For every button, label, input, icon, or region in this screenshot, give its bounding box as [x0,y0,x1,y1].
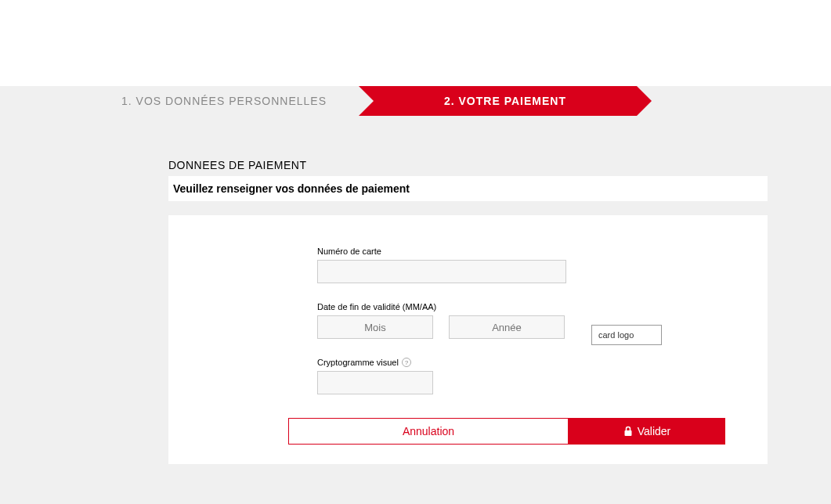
section-subtitle: Veuillez renseigner vos données de paiem… [168,176,768,201]
step-payment-wrap: 2. VOTRE PAIEMENT [374,86,637,116]
card-number-input[interactable] [317,260,566,283]
expiry-field: Date de fin de validité (MM/AA) [317,302,740,339]
card-number-field: Numéro de carte [317,247,740,283]
step-payment[interactable]: 2. VOTRE PAIEMENT [374,86,637,116]
expiry-month-input[interactable] [317,315,433,339]
page-body: 1. VOS DONNÉES PERSONNELLES 2. VOTRE PAI… [0,86,831,504]
top-blank-area [0,0,831,86]
svg-rect-0 [624,430,631,436]
cvv-field: Cryptogramme visuel ? [317,358,740,394]
section-title: DONNEES DE PAIEMENT [168,159,768,171]
help-icon[interactable]: ? [402,358,411,367]
cvv-label: Cryptogramme visuel [317,358,399,367]
card-number-label: Numéro de carte [317,247,740,256]
form-area: Numéro de carte Date de fin de validité … [317,247,740,394]
cvv-input[interactable] [317,371,433,394]
card-logo: card logo [591,325,662,345]
expiry-label: Date de fin de validité (MM/AA) [317,302,740,311]
stepper: 1. VOS DONNÉES PERSONNELLES 2. VOTRE PAI… [0,86,831,116]
expiry-year-input[interactable] [449,315,565,339]
step-personal-data[interactable]: 1. VOS DONNÉES PERSONNELLES [121,86,374,116]
cvv-label-row: Cryptogramme visuel ? [317,358,740,367]
button-row: Annulation Valider [288,418,740,445]
submit-button[interactable]: Valider [569,418,725,445]
cancel-button[interactable]: Annulation [288,418,569,445]
payment-card: Numéro de carte Date de fin de validité … [168,215,768,464]
submit-label: Valider [638,425,671,437]
content: DONNEES DE PAIEMENT Veuillez renseigner … [168,159,768,464]
lock-icon [623,426,633,437]
